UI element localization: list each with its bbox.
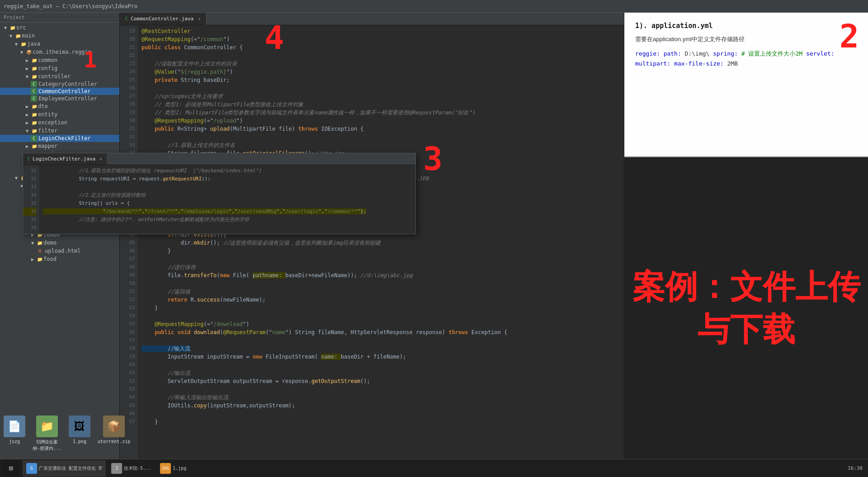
folder-icon: 📁 xyxy=(36,255,43,263)
html-icon: H xyxy=(36,247,43,255)
jishu-label: 技术院-S... xyxy=(124,465,151,472)
start-button[interactable]: ⊞ xyxy=(2,460,20,477)
code-content[interactable]: @RestController @RequestMapping(≈"/commo… xyxy=(138,25,624,459)
editor-tab-common-controller[interactable]: C CommonController.java × xyxy=(120,13,207,25)
tree-label: com.itheima.reggie xyxy=(33,49,91,55)
tree-label: filter xyxy=(38,128,57,134)
guangdong-label: 广东交通职业 配置文件优化 05a1a1bf7... xyxy=(39,465,102,472)
expand-icon: ▶ xyxy=(24,65,31,72)
tree-label: config xyxy=(38,65,57,71)
java-icon: C xyxy=(31,135,37,142)
expand-icon: ▼ xyxy=(24,73,31,80)
java-file-icon: C xyxy=(28,156,30,161)
tree-item-common[interactable]: ▶ 📁 common xyxy=(0,56,119,64)
jishu-icon: J xyxy=(111,463,122,474)
code-body[interactable]: 19202122 23242526 27282930 31323334 3536… xyxy=(120,25,624,459)
tree-item-entity[interactable]: ▶ 📁 entity xyxy=(0,110,119,118)
desktop-icon-1png[interactable]: 🖼 1.png xyxy=(69,416,90,452)
folder-icon: 📁 xyxy=(31,103,38,110)
tree-label: upload.html xyxy=(45,248,80,254)
windows-icon: ⊞ xyxy=(9,464,13,472)
filter-line-numbers: 31323334 35363738 xyxy=(23,165,39,234)
tree-label: EmployeeController xyxy=(38,95,97,102)
taskbar-item-jishu[interactable]: J 技术院-S... xyxy=(108,460,155,477)
jpg-label: 1.jpg xyxy=(173,466,186,471)
tree-item-main[interactable]: ▼ 📁 main xyxy=(0,32,119,40)
tree-item-food[interactable]: ▶ 📁 food xyxy=(0,255,119,263)
folder-icon: 📁 xyxy=(14,32,22,39)
folder-icon: 📁 xyxy=(31,57,38,64)
yaml-code: reggie: path: D:\img\ spring: # 设置上传文件大小… xyxy=(635,49,857,69)
tree-item-java[interactable]: ▼ 📁 java xyxy=(0,40,119,48)
yaml-title: 1). application.yml xyxy=(635,22,857,30)
desktop-icon-utorrent[interactable]: 📦 utorrent.zip xyxy=(98,416,130,452)
expand-icon: ▶ xyxy=(24,142,31,150)
app-title: reggie_take_out – C:\Users\songyu\IdeaPr… xyxy=(4,3,137,9)
tree-item-logincheck-filter[interactable]: C LoginCheckFilter xyxy=(0,135,119,142)
tree-label: LoginCheckFilter xyxy=(38,135,91,142)
case-title-line1: 案例：文件上传 xyxy=(632,266,860,308)
tree-item-upload-html[interactable]: H upload.html xyxy=(0,247,119,255)
tree-label: entity xyxy=(38,111,57,118)
tree-label: common xyxy=(38,57,57,63)
folder-icon: 📁 xyxy=(31,127,38,134)
close-icon[interactable]: × xyxy=(99,156,102,161)
filter-tab-bar: C LoginCheckFilter.java × xyxy=(23,153,415,165)
java-file-icon: C xyxy=(125,16,128,21)
tree-label: java xyxy=(27,41,40,47)
folder-icon: 📁 xyxy=(9,24,16,31)
tree-item-package[interactable]: ▼ 📦 com.itheima.reggie xyxy=(0,48,119,56)
tree-label: controller xyxy=(38,73,71,80)
1png-label: 1.png xyxy=(73,439,86,444)
tree-item-category-controller[interactable]: C CategoryController xyxy=(0,80,119,88)
java-icon: C xyxy=(31,95,37,102)
tree-item-mapper[interactable]: ▶ 📁 mapper xyxy=(0,142,119,150)
guangdong-icon: G xyxy=(26,463,37,474)
expand-icon: ▼ xyxy=(7,32,14,39)
expand-icon: ▼ xyxy=(24,127,31,134)
expand-icon: ▼ xyxy=(13,40,20,47)
filter-code-content[interactable]: //1.获取当前拦截到的路径地址 requeustURI ("/backend/… xyxy=(39,165,415,234)
badge-3: 3 xyxy=(423,140,443,178)
desktop-icon-ssm[interactable]: 📁 SSM综合案例-授课内... xyxy=(33,416,61,452)
filter-tab[interactable]: C LoginCheckFilter.java × xyxy=(23,153,107,165)
tree-item-config[interactable]: ▶ 📁 config xyxy=(0,64,119,72)
jpg-icon: JPG xyxy=(160,463,171,474)
tree-label: src xyxy=(16,24,26,31)
desktop-icon-jszg[interactable]: 📄 jszg xyxy=(4,416,25,452)
filter-panel: 3 C LoginCheckFilter.java × 31323334 353… xyxy=(23,153,416,234)
tree-item-controller[interactable]: ▼ 📁 controller xyxy=(0,72,119,80)
tree-item-dto[interactable]: ▶ 📁 dto xyxy=(0,102,119,110)
yaml-subtitle: 需要在application.yml中定义文件存储路径 xyxy=(635,35,857,43)
close-icon[interactable]: × xyxy=(198,16,201,21)
top-bar: reggie_take_out – C:\Users\songyu\IdeaPr… xyxy=(0,0,868,13)
taskbar: ⊞ G 广东交通职业 配置文件优化 05a1a1bf7... J 技术院-S..… xyxy=(0,459,868,477)
folder-icon: 📁 xyxy=(20,40,27,47)
yaml-panel: 2 1). application.yml 需要在application.yml… xyxy=(624,13,868,157)
tree-label: dto xyxy=(38,103,48,109)
folder-icon: 📁 xyxy=(31,111,38,118)
folder-icon: 📁 xyxy=(31,142,38,150)
tree-item-common-controller[interactable]: C CommonController xyxy=(0,88,119,95)
case-panel: 案例：文件上传 与下载 xyxy=(624,157,868,459)
expand-icon: ▶ xyxy=(24,103,31,110)
folder-icon: 📁 xyxy=(31,65,38,72)
jszg-icon: 📄 xyxy=(4,416,25,437)
1png-icon: 🖼 xyxy=(69,416,90,437)
project-tree: Project ▼ 📁 src ▼ 📁 main ▼ 📁 xyxy=(0,13,120,459)
system-tray: 16:30 xyxy=(844,465,866,471)
taskbar-item-jpg[interactable]: JPG 1.jpg xyxy=(156,460,193,477)
folder-icon: 📦 xyxy=(25,48,33,56)
jszg-label: jszg xyxy=(9,439,20,444)
tree-item-employee-controller[interactable]: C EmployeeController xyxy=(0,95,119,102)
editor-tab-label: CommonController.java xyxy=(131,16,193,22)
tree-item-filter[interactable]: ▼ 📁 filter xyxy=(0,127,119,135)
expand-icon: ▼ xyxy=(18,48,25,56)
tree-item-src[interactable]: ▼ 📁 src xyxy=(0,24,119,32)
editor-tab-bar: C CommonController.java × xyxy=(120,13,624,25)
tree-label: CategoryController xyxy=(38,81,97,87)
tree-label: mapper xyxy=(38,143,57,149)
tree-item-demo[interactable]: ▼ 📁 demo xyxy=(0,239,119,247)
taskbar-item-guangdong[interactable]: G 广东交通职业 配置文件优化 05a1a1bf7... xyxy=(23,460,106,477)
tree-item-exception[interactable]: ▶ 📁 exception xyxy=(0,118,119,127)
